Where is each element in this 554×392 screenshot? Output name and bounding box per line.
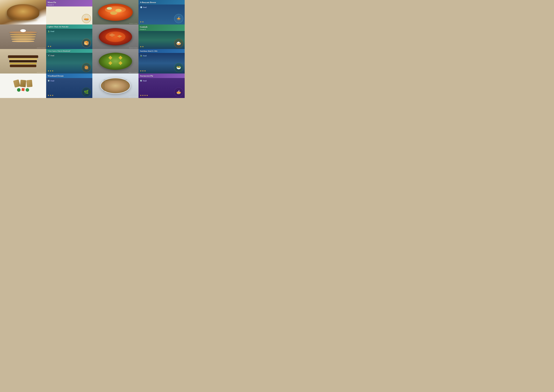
photo-beef-sandwich[interactable]: MORIKITCHEN [0,49,46,73]
card-stormcrest-type-label: Food [143,80,146,82]
star-3: ★ [144,94,146,97]
card-stormcrest-body: 🛡️ Food ★ ★ ★ ★ 🥧 [138,78,185,98]
star-1: ★ [140,94,142,97]
card-goulash-icon: 🍛 [174,39,183,48]
star-1: ★ [48,94,49,97]
star-3: ★ [52,70,54,72]
shield-icon-woodland: 🛡️ [48,80,50,82]
photo-pancakes[interactable]: MORIKITCHEN [0,25,46,49]
watermark-goulash: MORIKITCHEN [129,48,138,49]
card-buoyant-breeze-body: 💨 Food ★ ★ 🍲 [138,5,185,25]
card-nutritious[interactable]: Nutritious Meal (V. 593) 🍃 Food ★ ★ ★ 🥗 [138,49,185,73]
card-moon-pie-header: Moon Pie Owned: 0 [46,0,92,7]
star-2: ★ [142,45,144,48]
card-pancake-icon-container: 🥞 [81,38,92,48]
star-2: ★ [50,45,52,48]
star-1: ★ [140,21,142,23]
card-mondstadt-title: "Once Upon a Time in Mondstadt" [48,50,91,52]
watermark-moon-pie: MORIKITCHEN [37,23,45,24]
card-pancake-title: Lighter-Than-Air Pancake [48,26,91,28]
shield-icon-stormcrest: 🛡️ [140,80,142,82]
card-moon-pie-title: Moon Pie [48,1,91,4]
card-woodland-stars: ★ ★ ★ [48,94,54,97]
card-woodland-icon: 🌿 [82,87,91,97]
card-buoyant-breeze[interactable]: A Buoyant Breeze 💨 Food ★ ★ 🍲 [138,0,185,25]
card-nutritious-icon: 🥗 [174,63,183,72]
photo-vegetable-soup[interactable]: MORIKITCHEN [92,0,138,25]
card-nutritious-icon-container: 🥗 [173,62,184,73]
card-pancake-type: 🍃 Food [48,30,91,33]
card-pancake-type-label: Food [50,30,54,33]
card-mondstadt-icon-container: 🥘 [81,62,92,73]
card-buoyant-breeze-icon: 🍲 [174,14,183,23]
card-goulash[interactable]: Goulash Owned: 6 ★ ★ 🍛 [138,25,185,49]
star-2: ★ [50,94,52,97]
star-3: ★ [144,70,146,72]
card-pancake-header: Lighter-Than-Air Pancake [46,25,92,29]
photo-stormcrest-pie[interactable]: MORI KITCHEN [92,73,138,98]
card-pancake-icon: 🥞 [82,38,91,48]
star-2: ★ [142,94,144,97]
card-mondstadt[interactable]: "Once Upon a Time in Mondstadt" ⚔️ Food … [46,49,92,73]
card-goulash-title: Goulash [140,26,183,28]
card-stormcrest-icon: 🥧 [174,87,183,97]
card-goulash-stars: ★ ★ [140,45,144,48]
card-goulash-icon-container: 🍛 [173,38,184,49]
watermark-pie: MORI KITCHEN [129,97,138,98]
card-woodland-body: 🛡️ Food ★ ★ ★ 🌿 [46,78,92,98]
watermark-pancakes: MORIKITCHEN [37,48,45,49]
card-mondstadt-header: "Once Upon a Time in Mondstadt" [46,49,92,53]
card-mondstadt-body: ⚔️ Food ★ ★ ★ 🥘 [46,53,92,73]
card-mondstadt-icon: 🥘 [82,63,91,72]
card-woodland-icon-container: 🌿 [81,87,92,97]
card-goulash-body: ★ ★ 🍛 [138,31,185,49]
card-moon-pie-body: 🥧 [46,7,92,25]
star-4: ★ [146,94,148,97]
card-stormcrest-type: 🛡️ Food [140,80,183,82]
leaf-icon-nutritious: 🍃 [140,55,142,57]
watermark-soup: MORIKITCHEN [129,23,138,24]
card-buoyant-breeze-title: A Buoyant Breeze [140,1,183,4]
star-1: ★ [140,45,142,48]
watermark-beef: MORIKITCHEN [37,72,45,73]
food-card-grid: MORIKITCHEN Moon Pie Owned: 0 🥧 MORIKITC… [0,0,185,98]
star-1: ★ [48,70,49,72]
star-2: ★ [142,21,144,23]
card-pancake-body: 🍃 Food ★ ★ 🥞 [46,29,92,49]
card-goulash-owned: Owned: 6 [140,28,183,30]
card-nutritious-stars: ★ ★ ★ [140,70,146,72]
card-moon-pie-owned: Owned: 0 [48,4,91,6]
card-nutritious-body: 🍃 Food ★ ★ ★ 🥗 [138,53,185,73]
star-2: ★ [50,70,52,72]
card-nutritious-header: Nutritious Meal (V. 593) [138,49,185,53]
photo-moon-pie[interactable]: MORIKITCHEN [0,0,46,25]
card-nutritious-title: Nutritious Meal (V. 593) [140,50,183,52]
card-stormcrest[interactable]: Stormcrest Pie 🛡️ Food ★ ★ ★ ★ 🥧 [138,73,185,98]
card-woodland-type: 🛡️ Food [48,80,91,82]
card-woodland-type-label: Food [50,80,54,82]
card-stormcrest-icon-container: 🥧 [173,87,184,97]
watermark-veg: MORI KITCHEN [129,72,138,73]
star-3: ★ [52,94,54,97]
leaf-icon-pancake: 🍃 [48,30,50,33]
card-mondstadt-stars: ★ ★ ★ [48,70,54,72]
card-nutritious-type: 🍃 Food [140,55,183,57]
photo-veg-dish[interactable]: MORI KITCHEN [92,49,138,73]
card-buoyant-breeze-type-label: Food [143,6,146,8]
photo-goulash[interactable]: MORIKITCHEN [92,25,138,49]
card-mondstadt-type-label: Food [50,55,54,57]
card-buoyant-breeze-icon-container: 🍲 [173,13,184,24]
card-woodland-title: Woodland Dream [48,75,91,77]
card-moon-pie[interactable]: Moon Pie Owned: 0 🥧 [46,0,92,25]
star-1: ★ [48,45,49,48]
watermark-fish: MORI KITCHEN [36,97,45,98]
card-buoyant-breeze-header: A Buoyant Breeze [138,0,185,5]
card-moon-pie-icon-container: 🥧 [81,13,92,24]
sword-icon: ⚔️ [48,55,50,57]
card-woodland[interactable]: Woodland Dream 🛡️ Food ★ ★ ★ 🌿 [46,73,92,98]
star-1: ★ [140,70,142,72]
card-buoyant-breeze-type: 💨 Food [140,6,183,8]
card-stormcrest-stars: ★ ★ ★ ★ [140,94,148,97]
card-pancake[interactable]: Lighter-Than-Air Pancake 🍃 Food ★ ★ 🥞 [46,25,92,49]
photo-fish-dish[interactable]: MORI KITCHEN [0,73,46,98]
